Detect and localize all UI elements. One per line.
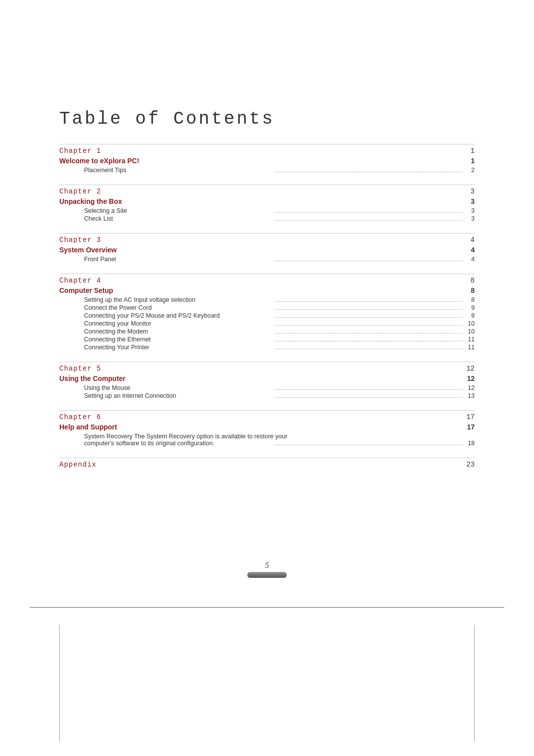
page-decoration — [247, 572, 287, 578]
chapter-4-num: 8 — [471, 277, 475, 284]
chapter-2-num: 3 — [471, 188, 475, 195]
dot-leader — [274, 172, 463, 172]
sub-page: 12 — [465, 384, 475, 391]
sub-label: Connecting the Modem — [84, 328, 272, 335]
chapter-2-title-row: Unpacking the Box 3 — [59, 197, 475, 205]
sub-page: 13 — [465, 392, 475, 399]
chapter-3-header: Chapter 3 4 — [59, 233, 475, 244]
vertical-rule-right — [474, 625, 475, 741]
sub-page: 10 — [465, 320, 475, 327]
list-item: Placement Tips 2 — [59, 167, 475, 174]
chapter-5-num: 12 — [466, 365, 475, 373]
chapter-4-title: Computer Setup — [59, 286, 113, 294]
list-item: Connecting the Ethernet 11 — [59, 336, 475, 343]
chapter-2-label: Chapter 2 — [59, 188, 101, 195]
list-item: Front Panel 4 — [59, 256, 475, 263]
list-item: Selecting a Site 3 — [59, 207, 475, 214]
sub-label: Using the Mouse — [84, 384, 272, 391]
top-area — [0, 0, 534, 109]
chapter-3-num: 4 — [471, 236, 475, 244]
sub-label: Setting up the AC Input voltage selectio… — [84, 296, 272, 303]
page-footer: 5 — [0, 561, 534, 578]
dot-leader — [274, 389, 463, 390]
chapter-4-header: Chapter 4 8 — [59, 274, 475, 284]
dot-leader — [274, 317, 463, 318]
sub-label: Front Panel — [84, 256, 272, 263]
chapter-1-num: 1 — [471, 147, 475, 155]
sub-label-line2: computer's software to its original conf… — [84, 440, 272, 447]
sub-label: Connect the Power Cord — [84, 304, 272, 311]
chapter-6-title-page: 17 — [467, 423, 475, 431]
sub-page: 9 — [465, 304, 475, 311]
list-item: Using the Mouse 12 — [59, 384, 475, 391]
chapter-5-section: Chapter 5 12 Using the Computer 12 Using… — [59, 362, 475, 399]
dot-leader — [274, 397, 463, 398]
chapter-6-header: Chapter 6 17 — [59, 410, 475, 421]
sub-label: Check List — [84, 215, 272, 222]
bottom-rules — [0, 607, 534, 608]
dot-leader — [274, 445, 463, 445]
appendix-label: Appendix — [59, 461, 96, 469]
sub-entry-inline: computer's software to its original conf… — [84, 440, 475, 447]
sub-label: Connecting your PS/2 Mouse and PS/2 Keyb… — [84, 312, 272, 319]
sub-page: 3 — [465, 215, 475, 222]
chapter-1-label: Chapter 1 — [59, 147, 101, 155]
sub-page: 18 — [465, 440, 475, 447]
chapter-3-section: Chapter 3 4 System Overview 4 Front Pane… — [59, 233, 475, 263]
chapter-2-header: Chapter 2 3 — [59, 185, 475, 195]
chapter-4-section: Chapter 4 8 Computer Setup 8 Setting up … — [59, 274, 475, 351]
chapter-6-title-row: Help and Support 17 — [59, 423, 475, 431]
sub-label-line1: System Recovery The System Recovery opti… — [84, 433, 475, 440]
list-item: Connecting your PS/2 Mouse and PS/2 Keyb… — [59, 312, 475, 319]
chapter-6-section: Chapter 6 17 Help and Support 17 System … — [59, 410, 475, 447]
page-container: Table of Contents Chapter 1 1 Welcome to… — [0, 0, 534, 756]
list-item: Setting up an Internet Connection 13 — [59, 392, 475, 399]
chapter-1-section: Chapter 1 1 Welcome to eXplora PC! 1 Pla… — [59, 144, 475, 174]
sub-label: Connecting your Monitor — [84, 320, 272, 327]
appendix-section: Appendix 23 — [59, 458, 475, 469]
chapter-1-title-row: Welcome to eXplora PC! 1 — [59, 157, 475, 165]
sub-label: Selecting a Site — [84, 207, 272, 214]
dot-leader — [274, 212, 463, 213]
list-item: Connecting your Monitor 10 — [59, 320, 475, 327]
chapter-3-title-page: 4 — [471, 246, 475, 254]
chapter-5-label: Chapter 5 — [59, 365, 101, 373]
chapter-6-title: Help and Support — [59, 423, 117, 431]
sub-page: 11 — [465, 336, 475, 343]
dot-leader — [274, 325, 463, 326]
dot-leader — [274, 341, 463, 341]
chapter-3-title-row: System Overview 4 — [59, 246, 475, 254]
horizontal-rule — [30, 607, 504, 608]
dot-leader — [274, 333, 463, 333]
content-area: Table of Contents Chapter 1 1 Welcome to… — [0, 109, 534, 509]
sub-label: Connecting the Ethernet — [84, 336, 272, 343]
dot-leader — [274, 301, 463, 302]
sub-page: 2 — [465, 167, 475, 174]
sub-page: 11 — [465, 344, 475, 351]
chapter-5-title-page: 12 — [467, 375, 475, 382]
chapter-5-header: Chapter 5 12 — [59, 362, 475, 373]
sub-page: 8 — [465, 296, 475, 303]
bottom-area — [0, 610, 534, 756]
sub-label: Setting up an Internet Connection — [84, 392, 272, 399]
chapter-3-label: Chapter 3 — [59, 236, 101, 244]
chapter-4-title-row: Computer Setup 8 — [59, 286, 475, 294]
list-item: Check List 3 — [59, 215, 475, 222]
chapter-6-num: 17 — [466, 413, 475, 421]
toc-title: Table of Contents — [59, 109, 475, 129]
chapter-5-title-row: Using the Computer 12 — [59, 375, 475, 382]
dot-leader — [274, 309, 463, 310]
chapter-6-label: Chapter 6 — [59, 413, 101, 421]
chapter-3-title: System Overview — [59, 246, 117, 254]
appendix-num: 23 — [466, 461, 475, 469]
sub-page: 4 — [465, 256, 475, 263]
chapter-1-header: Chapter 1 1 — [59, 144, 475, 155]
sub-page: 10 — [465, 328, 475, 335]
list-item: Setting up the AC Input voltage selectio… — [59, 296, 475, 303]
sub-label: Placement Tips — [84, 167, 272, 174]
chapter-4-label: Chapter 4 — [59, 277, 101, 284]
chapter-1-title-page: 1 — [471, 157, 475, 165]
chapter-4-title-page: 8 — [471, 286, 475, 294]
dot-leader — [274, 261, 463, 261]
list-item: System Recovery The System Recovery opti… — [59, 433, 475, 447]
